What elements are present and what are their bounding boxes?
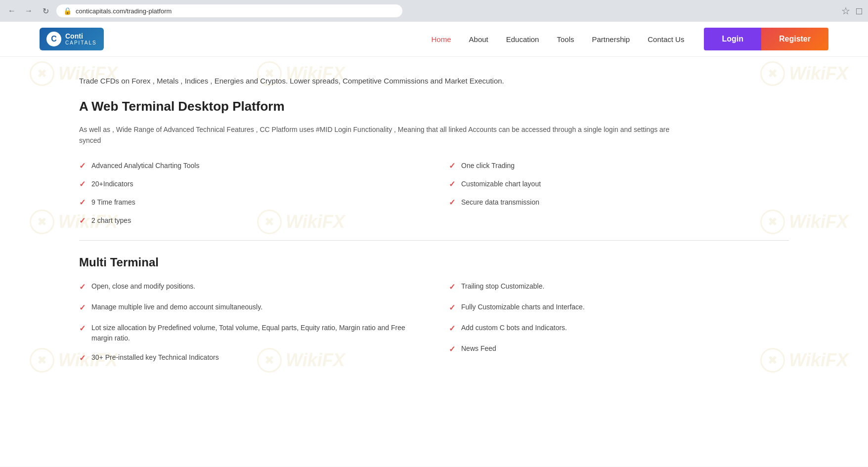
mt-feature-label: Lot size allocation by Predefined volume…	[91, 323, 419, 343]
feature-item: ✓ 9 Time frames	[79, 198, 419, 207]
nav-about[interactable]: About	[469, 35, 488, 43]
feature-item: ✓ Secure data transmission	[449, 198, 789, 207]
nav-home[interactable]: Home	[432, 35, 451, 43]
nav-education[interactable]: Education	[506, 35, 539, 43]
check-icon: ✓	[79, 352, 86, 364]
mt-feature-label: Open, close and modify positions.	[91, 281, 195, 292]
nav-tools[interactable]: Tools	[557, 35, 574, 43]
feature-item: ✓ Customizable chart layout	[449, 179, 789, 189]
url-text: conticapitals.com/trading-platform	[76, 7, 395, 15]
mt-feature-label: Fully Customizable charts and Interface.	[461, 302, 585, 312]
feature-item: ✓ Advanced Analytical Charting Tools	[79, 161, 419, 170]
feature-item: ✓ 20+Indicators	[79, 179, 419, 189]
feature-label: 9 Time frames	[91, 198, 135, 206]
nav-contact[interactable]: Contact Us	[648, 35, 684, 43]
logo-icon: C	[46, 32, 61, 46]
check-icon: ✓	[449, 161, 455, 170]
check-icon: ✓	[79, 198, 86, 207]
back-button[interactable]: ←	[6, 5, 18, 17]
mt-feature-item: ✓ Lot size allocation by Predefined volu…	[79, 323, 419, 343]
section-divider	[79, 240, 789, 241]
main-content: Trade CFDs on Forex , Metals , Indices ,…	[0, 57, 868, 384]
mt-feature-item: ✓ News Feed	[449, 343, 789, 355]
check-icon: ✓	[79, 161, 86, 170]
web-terminal-title: A Web Terminal Desktop Platform	[79, 99, 789, 114]
login-button[interactable]: Login	[704, 28, 761, 50]
security-icon: 🔒	[63, 7, 72, 15]
mt-feature-item: ✓ 30+ Pre-installed key Technical Indica…	[79, 352, 419, 364]
tagline: Trade CFDs on Forex , Metals , Indices ,…	[79, 77, 789, 85]
mt-feature-item: ✓ Open, close and modify positions.	[79, 281, 419, 293]
nav-buttons: Login Register	[704, 28, 828, 50]
feature-label: Secure data transmission	[461, 198, 539, 206]
address-bar[interactable]: 🔒 conticapitals.com/trading-platform	[56, 4, 402, 17]
multi-terminal-features: ✓ Open, close and modify positions. ✓ Ma…	[79, 281, 789, 364]
mt-feature-label: 30+ Pre-installed key Technical Indicato…	[91, 352, 219, 363]
feature-item: ✓ One click Trading	[449, 161, 789, 170]
check-icon: ✓	[449, 179, 455, 189]
check-icon: ✓	[449, 281, 455, 293]
register-button[interactable]: Register	[761, 28, 828, 50]
feature-label: 20+Indicators	[91, 180, 133, 188]
mt-feature-label: Add custom C bots and Indicators.	[461, 323, 567, 333]
nav-links: Home About Education Tools Partnership C…	[432, 35, 685, 43]
logo[interactable]: C ContiCAPITALS	[40, 28, 104, 50]
feature-label: One click Trading	[461, 162, 515, 170]
mt-features-left: ✓ Open, close and modify positions. ✓ Ma…	[79, 281, 419, 364]
logo-text: ContiCAPITALS	[65, 32, 97, 46]
multi-terminal-title: Multi Terminal	[79, 255, 789, 269]
feature-label: Customizable chart layout	[461, 180, 541, 188]
bookmark-icon[interactable]: ☆	[841, 5, 850, 17]
check-icon: ✓	[449, 198, 455, 207]
web-terminal-features: ✓ Advanced Analytical Charting Tools ✓ 2…	[79, 161, 789, 225]
feature-label: Advanced Analytical Charting Tools	[91, 162, 199, 170]
mt-feature-label: Trailing stop Customizable.	[461, 281, 544, 292]
mt-feature-item: ✓ Fully Customizable charts and Interfac…	[449, 302, 789, 314]
mt-feature-label: News Feed	[461, 343, 496, 354]
feature-label: 2 chart types	[91, 216, 131, 224]
navbar: C ContiCAPITALS Home About Education Too…	[0, 22, 868, 57]
check-icon: ✓	[79, 216, 86, 225]
mt-features-right: ✓ Trailing stop Customizable. ✓ Fully Cu…	[449, 281, 789, 364]
check-icon: ✓	[79, 179, 86, 189]
check-icon: ✓	[449, 302, 455, 314]
check-icon: ✓	[449, 343, 455, 355]
forward-button[interactable]: →	[23, 5, 35, 17]
features-right: ✓ One click Trading ✓ Customizable chart…	[449, 161, 789, 225]
feature-item: ✓ 2 chart types	[79, 216, 419, 225]
web-terminal-description: As well as , Wide Range of Advanced Tech…	[79, 124, 672, 146]
mt-feature-item: ✓ Manage multiple live and demo account …	[79, 302, 419, 314]
check-icon: ✓	[79, 323, 86, 335]
page-content: ✖ WikiFX ✖ WikiFX ✖ WikiFX ✖ WikiFX ✖ Wi…	[0, 22, 868, 467]
extensions-icon[interactable]: □	[856, 5, 862, 17]
mt-feature-item: ✓ Trailing stop Customizable.	[449, 281, 789, 293]
browser-actions: ☆ □	[841, 5, 862, 17]
refresh-button[interactable]: ↻	[40, 5, 51, 17]
browser-chrome: ← → ↻ 🔒 conticapitals.com/trading-platfo…	[0, 0, 868, 22]
check-icon: ✓	[79, 302, 86, 314]
check-icon: ✓	[79, 281, 86, 293]
mt-feature-label: Manage multiple live and demo account si…	[91, 302, 262, 312]
check-icon: ✓	[449, 323, 455, 335]
nav-partnership[interactable]: Partnership	[592, 35, 630, 43]
mt-feature-item: ✓ Add custom C bots and Indicators.	[449, 323, 789, 335]
features-left: ✓ Advanced Analytical Charting Tools ✓ 2…	[79, 161, 419, 225]
